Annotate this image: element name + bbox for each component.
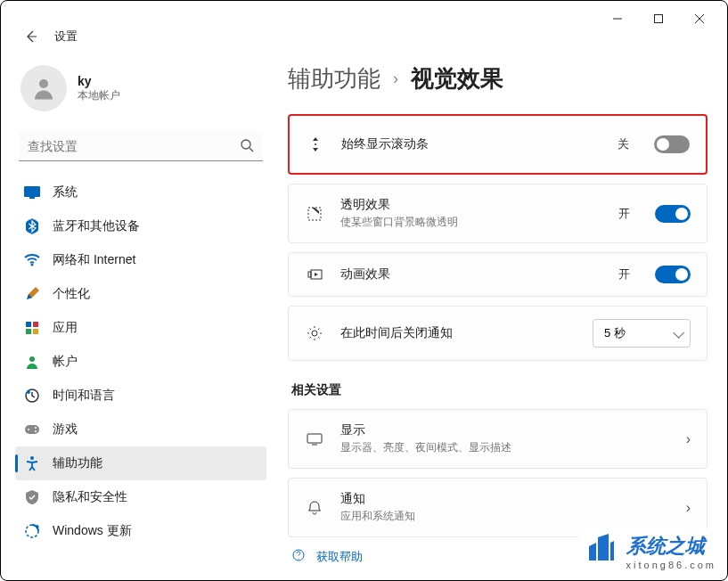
related-subtitle: 应用和系统通知: [340, 509, 670, 524]
svg-rect-37: [307, 434, 322, 443]
minimize-button[interactable]: [597, 4, 638, 33]
svg-point-40: [298, 558, 299, 559]
account-type: 本地帐户: [78, 88, 120, 103]
sidebar-item-label: 辅助功能: [53, 455, 102, 471]
svg-rect-27: [308, 272, 311, 277]
sidebar-item-apps[interactable]: 应用: [15, 311, 266, 345]
accessibility-icon: [24, 455, 40, 471]
toggle-state: 开: [618, 266, 630, 282]
search-icon: [240, 138, 254, 156]
sidebar-item-label: 应用: [53, 320, 78, 336]
search-input[interactable]: [19, 131, 263, 161]
related-title: 显示: [340, 422, 670, 438]
sidebar-item-label: 个性化: [53, 286, 90, 302]
timeout-dropdown[interactable]: 5 秒: [593, 319, 691, 348]
svg-rect-13: [33, 322, 38, 327]
breadcrumb: 辅助功能 › 视觉效果: [288, 63, 708, 94]
sidebar-item-wifi[interactable]: 网络和 Internet: [15, 243, 266, 277]
svg-rect-12: [26, 322, 31, 327]
toggle-state: 关: [618, 136, 629, 152]
chevron-right-icon: ›: [393, 70, 398, 88]
svg-point-11: [31, 264, 34, 266]
svg-point-24: [315, 143, 316, 145]
svg-point-20: [28, 429, 29, 430]
sidebar-item-bluetooth[interactable]: 蓝牙和其他设备: [15, 209, 266, 243]
scrollbar-toggle[interactable]: [654, 135, 690, 153]
sidebar-item-label: 时间和语言: [53, 388, 115, 404]
related-display[interactable]: 显示 显示器、亮度、夜间模式、显示描述 ›: [288, 409, 708, 469]
nav-list: 系统蓝牙和其他设备网络和 Internet个性化应用帐户时间和语言游戏辅助功能隐…: [15, 176, 266, 548]
svg-point-21: [35, 427, 37, 429]
setting-notification-timeout: 在此时间后关闭通知 5 秒: [288, 306, 708, 361]
help-icon: [291, 548, 306, 565]
close-button[interactable]: [679, 4, 720, 33]
system-icon: [24, 184, 40, 200]
watermark-icon: [584, 530, 619, 573]
setting-animation[interactable]: 动画效果 开: [288, 252, 708, 297]
sidebar-item-label: Windows 更新: [53, 523, 132, 539]
svg-point-18: [27, 390, 30, 394]
svg-point-16: [29, 356, 35, 362]
sidebar-item-label: 网络和 Internet: [53, 252, 135, 268]
content: 辅助功能 › 视觉效果 始终显示滚动条 关 透明效果 使某些窗口背景略微透明 开…: [277, 47, 727, 580]
privacy-icon: [24, 489, 40, 505]
search-box[interactable]: [19, 131, 263, 161]
profile-block[interactable]: ky 本地帐户: [15, 58, 266, 127]
update-icon: [24, 523, 40, 539]
breadcrumb-current: 视觉效果: [411, 63, 503, 94]
svg-line-34: [318, 337, 320, 339]
svg-line-36: [318, 329, 320, 331]
sidebar-item-gaming[interactable]: 游戏: [15, 413, 266, 446]
animation-icon: [305, 267, 324, 282]
monitor-icon: [305, 432, 324, 446]
breadcrumb-parent[interactable]: 辅助功能: [288, 63, 380, 94]
sidebar-item-account[interactable]: 帐户: [15, 345, 266, 379]
related-subtitle: 显示器、亮度、夜间模式、显示描述: [340, 440, 670, 455]
account-icon: [24, 354, 40, 370]
transparency-toggle[interactable]: [655, 205, 691, 223]
animation-toggle[interactable]: [655, 266, 691, 283]
sidebar-item-accessibility[interactable]: 辅助功能: [15, 446, 266, 480]
chevron-right-icon: ›: [686, 431, 691, 447]
related-title: 通知: [340, 491, 670, 507]
wifi-icon: [24, 252, 40, 268]
setting-title: 始终显示滚动条: [341, 136, 601, 152]
help-label: 获取帮助: [316, 549, 363, 565]
username: ky: [78, 74, 120, 88]
svg-rect-8: [24, 186, 40, 197]
brightness-icon: [305, 325, 324, 341]
svg-point-6: [241, 140, 250, 149]
gaming-icon: [24, 421, 40, 438]
sidebar-item-personalize[interactable]: 个性化: [15, 277, 266, 311]
setting-title: 在此时间后关闭通知: [340, 325, 577, 341]
personalize-icon: [24, 286, 40, 302]
apps-icon: [24, 320, 40, 336]
related-heading: 相关设置: [291, 382, 708, 398]
watermark-title: 系统之城: [626, 533, 716, 560]
sidebar: ky 本地帐户 系统蓝牙和其他设备网络和 Internet个性化应用帐户时间和语…: [1, 47, 277, 580]
setting-transparency[interactable]: 透明效果 使某些窗口背景略微透明 开: [288, 184, 708, 243]
setting-title: 动画效果: [340, 266, 602, 282]
svg-line-33: [310, 329, 312, 331]
maximize-button[interactable]: [638, 4, 679, 33]
setting-scrollbar[interactable]: 始终显示滚动条 关: [288, 114, 708, 175]
setting-subtitle: 使某些窗口背景略微透明: [340, 215, 602, 230]
watermark-url: xitong86.com: [626, 560, 716, 570]
sidebar-item-label: 系统: [53, 184, 78, 200]
sidebar-item-update[interactable]: Windows 更新: [15, 514, 266, 548]
sidebar-item-label: 蓝牙和其他设备: [53, 218, 140, 234]
svg-line-35: [310, 337, 312, 339]
svg-point-23: [30, 456, 34, 460]
back-button[interactable]: [22, 28, 40, 45]
svg-rect-14: [26, 329, 31, 334]
svg-rect-1: [655, 15, 663, 23]
bluetooth-icon: [24, 218, 40, 234]
sidebar-item-system[interactable]: 系统: [15, 176, 266, 209]
scroll-icon: [306, 135, 325, 153]
svg-rect-19: [25, 425, 39, 434]
sidebar-item-time[interactable]: 时间和语言: [15, 379, 266, 413]
svg-point-5: [39, 79, 48, 88]
sidebar-item-privacy[interactable]: 隐私和安全性: [15, 480, 266, 514]
svg-rect-9: [29, 197, 35, 199]
setting-title: 透明效果: [340, 197, 602, 213]
